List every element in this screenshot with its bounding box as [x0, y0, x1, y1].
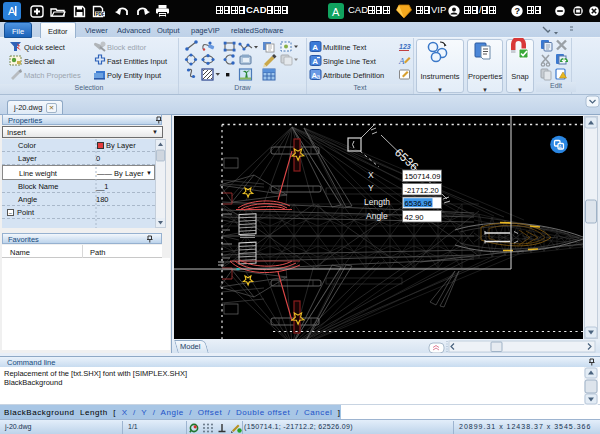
- svg-text:123: 123: [399, 43, 411, 50]
- svg-text:-21712.20: -21712.20: [405, 186, 439, 195]
- svg-text:A: A: [398, 56, 405, 66]
- svg-text:42.90: 42.90: [405, 213, 424, 222]
- svg-text:A: A: [332, 6, 340, 18]
- svg-text:150714.09: 150714.09: [405, 172, 441, 181]
- svg-text:A: A: [8, 5, 16, 17]
- svg-text:Angle: Angle: [366, 211, 388, 221]
- svg-text:PDF: PDF: [96, 12, 105, 17]
- svg-text:Length: Length: [364, 197, 390, 207]
- svg-text:A: A: [312, 43, 318, 52]
- svg-text:?: ?: [514, 6, 520, 16]
- svg-text:X: X: [368, 170, 374, 180]
- svg-text:6536.96: 6536.96: [405, 199, 432, 208]
- svg-text:a: a: [316, 73, 320, 80]
- svg-text:Y: Y: [368, 183, 374, 193]
